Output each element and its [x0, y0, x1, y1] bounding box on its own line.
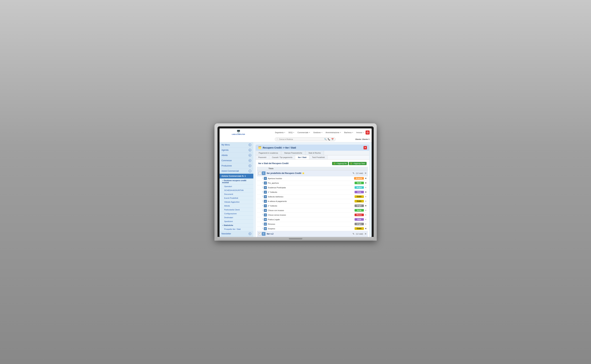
iter-1-states: └ 1 Apertura Insoluto Arancio ✕ └ 2 Pre_ — [257, 176, 368, 231]
connector-icon: └ — [262, 209, 263, 212]
state-num: 5 — [264, 195, 267, 198]
plus-icon: + — [249, 159, 251, 162]
iter-edit-icon-2[interactable]: ✎ — [352, 233, 355, 235]
iter-row-1[interactable]: − 1 Iter predefinito del Recupero Credit… — [257, 170, 368, 176]
add-stato-button[interactable]: 🟩 + Aggiungi Stato — [349, 162, 366, 165]
panel-header: 🗂️ Recupero Crediti -> Iter / Stati ✕ — [256, 145, 369, 151]
add-iter-button[interactable]: 🟩 + Aggiungi Iter — [332, 162, 348, 165]
submenu-particolarita[interactable]: Particolarità Clienti — [220, 208, 253, 212]
laptop-base — [218, 237, 374, 241]
state-row-10: └ 10 Pratica Legale Viola ✕ — [257, 217, 368, 222]
nav-item-bacheca[interactable]: Bacheca ▼ — [343, 131, 355, 134]
screen-bezel: 🖥️ LINEACOMPUTER Segreteria ▼ SGQ ▼ — [218, 126, 374, 237]
state-color-badge: Giallo — [355, 227, 364, 230]
state-row-12: └ 12 Sospeso Giallo ✕ — [257, 227, 368, 231]
panel-icon: 🗂️ — [258, 146, 261, 149]
submenu-configurazione[interactable]: Configurazione — [220, 212, 253, 216]
arrow-icon: ▼ — [321, 132, 323, 133]
panel-close-button[interactable]: ✕ — [364, 146, 367, 150]
sidebar-item-agenda[interactable]: Agenda + — [220, 148, 253, 153]
submenu-statistiche[interactable]: Statistiche — [220, 223, 253, 227]
submenu-scheda[interactable]: SCHEDA AGGIUNTIVA — [220, 188, 253, 192]
nav-item-innova[interactable]: Innova ▼ — [355, 131, 365, 134]
connector-icon: └ — [262, 177, 263, 180]
iter-num-2: 2 — [262, 232, 266, 236]
sidebar-item-produzione[interactable]: Produzione + — [220, 163, 253, 169]
state-title: Rimosso — [268, 223, 354, 225]
nav-item-sgq[interactable]: SGQ ▼ — [287, 131, 296, 134]
iter-expand-1[interactable]: − — [258, 172, 261, 175]
state-color-badge: Viola — [355, 218, 364, 221]
sidebar-item-azione-n1[interactable]: Azione Commerciale N. 1 — [220, 174, 253, 179]
section-title: Iter e Stati del Recupero Crediti — [258, 162, 289, 165]
search-bar[interactable]: ▽ 🔍 📞 📅 — [275, 137, 336, 141]
iter-delete-1[interactable]: ✕ — [364, 172, 367, 175]
submenu-operatori[interactable]: Operatori — [220, 185, 253, 188]
iter-delete-2[interactable]: ✕ — [364, 233, 367, 235]
state-color-badge: Giallo — [355, 200, 364, 202]
tab-iter-stati[interactable]: Iter / Stati — [295, 155, 309, 159]
tab-stati-rischio[interactable]: Stati di Rischio — [305, 151, 324, 155]
magnifier-icon: 🔍 — [324, 138, 327, 140]
connector-icon: └ — [262, 191, 263, 193]
state-title: Pre_apertura — [268, 182, 354, 184]
submenu-spedizioni[interactable]: Spedizioni — [220, 220, 253, 223]
sidebar-item-newsletter[interactable]: Newsletter + — [220, 231, 253, 236]
calendar-icon: 📅 — [331, 138, 334, 140]
tab-pagamenti[interactable]: Pagamenti in scadenza — [256, 151, 281, 155]
iter-row-2[interactable]: + 2 Iter n.2 ✎ (12 stati) ✕ — [257, 231, 368, 237]
tab-causali[interactable]: Causali / Tipi pagamento — [269, 155, 295, 159]
nav-row1: 🖥️ LINEACOMPUTER Segreteria ▼ SGQ ▼ — [221, 128, 370, 136]
iter-title-1: Iter predefinito del Recupero Crediti ⭐ — [267, 172, 352, 174]
state-color-badge: Viola — [355, 191, 364, 193]
connector-icon: └ — [262, 195, 263, 198]
tab-stampe[interactable]: Stampe Parametriche — [281, 151, 305, 155]
submenu-videate[interactable]: Videate Aggiuntive — [220, 200, 253, 204]
state-delete[interactable]: ✕ — [365, 228, 367, 230]
search-input[interactable] — [279, 138, 323, 140]
nav-item-commerciale[interactable]: Commerciale ▼ — [296, 131, 312, 134]
sidebar-item-azioni-commerciali[interactable]: Azioni Commerciali − — [220, 169, 253, 174]
state-num: 4 — [264, 191, 267, 194]
state-delete[interactable]: ✕ — [365, 182, 367, 184]
sidebar-item-magazzino[interactable]: Magazzino + — [220, 236, 253, 237]
state-delete[interactable]: ✕ — [365, 205, 367, 207]
state-num: 2 — [264, 182, 267, 185]
state-title: Apertura Insoluto — [268, 177, 354, 179]
state-title: Chiuso con incasso — [268, 209, 354, 211]
power-button[interactable]: ⏻ — [365, 130, 370, 135]
submenu-eventi[interactable]: Eventi Predefiniti — [220, 196, 253, 200]
panel-title: 🗂️ Recupero Crediti -> Iter / Stati — [258, 146, 296, 149]
iter-edit-icon-1[interactable]: ✎ — [352, 172, 355, 175]
state-delete: ✕ — [365, 195, 367, 198]
tab-parametri[interactable]: Parametri — [256, 155, 269, 159]
state-row-8: └ 8 Chiuso con incasso Verde ✕ — [257, 208, 368, 213]
sidebar-item-attivita[interactable]: Attività + — [220, 153, 253, 158]
nav-row2: ▽ 🔍 📞 📅 Utente: Utente 1 — [221, 137, 370, 142]
state-row-3: └ 3 Scadenza Posticipata Acqua ✕ — [257, 185, 368, 190]
plus-icon: + — [249, 232, 251, 235]
nav-item-segreteria[interactable]: Segreteria ▼ — [274, 131, 287, 134]
sidebar-item-mymenu[interactable]: My Menu + — [220, 142, 253, 148]
submenu-documenti[interactable]: Documenti — [220, 192, 253, 196]
state-delete[interactable]: ✕ — [365, 177, 367, 180]
iter-actions-1: ✎ (12 stati) ✕ — [352, 172, 367, 175]
submenu-attivita[interactable]: Attività — [220, 204, 253, 208]
nav-item-amministrazione[interactable]: Amministrazione ▼ — [324, 131, 343, 134]
submenu-prospetto[interactable]: Prospetto Iter / Stati — [220, 227, 253, 231]
submenu-destinatari[interactable]: Destinatari — [220, 216, 253, 220]
iter-expand-2[interactable]: + — [258, 233, 261, 235]
state-title: 2° Sollecito — [268, 205, 354, 207]
iter-title-2: Iter n.2 — [267, 233, 352, 235]
nav-item-gestione[interactable]: Gestione ▼ — [312, 131, 324, 134]
tab-testi[interactable]: Testi Predefiniti — [309, 155, 328, 159]
plus-icon: + — [249, 164, 251, 167]
search-filter-icon: ▽ — [277, 138, 278, 140]
state-title: In attesa di pagamento — [268, 200, 354, 202]
state-color-badge: Grigio — [355, 223, 364, 225]
sidebar-item-commesse[interactable]: Commesse + — [220, 158, 253, 163]
search-icons: 🔍 📞 📅 — [324, 138, 334, 140]
plus-icon: + — [249, 149, 251, 151]
state-delete[interactable]: ✕ — [365, 191, 367, 193]
submenu-gestione[interactable]: Gestione recupero crediti insoluti — [220, 179, 253, 185]
